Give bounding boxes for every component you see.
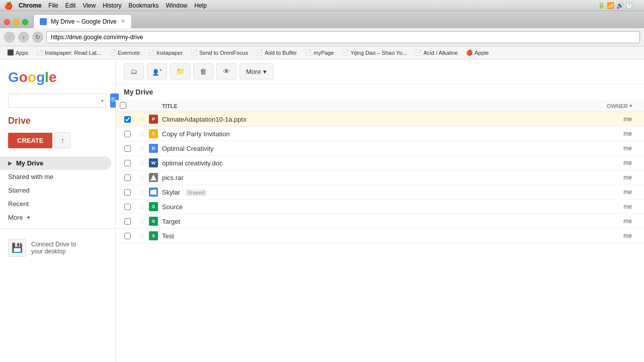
reload-button[interactable]: ↻	[32, 32, 43, 43]
table-row[interactable]: ☆ P ClimateAdaptation10-1a.pptx me	[116, 112, 644, 127]
row-file-name[interactable]: ClimateAdaptation10-1a.pptx	[162, 116, 580, 123]
active-tab[interactable]: My Drive – Google Drive ✕	[33, 14, 132, 28]
move-button[interactable]: 📁	[170, 63, 190, 79]
row-star[interactable]: ☆	[135, 232, 149, 240]
row-star[interactable]: ☆	[135, 217, 149, 225]
row-checkbox[interactable]	[124, 145, 131, 152]
bookmark-yijing[interactable]: 📄 Yijing Dao – Shao Yo...	[339, 48, 410, 57]
menu-chrome[interactable]: Chrome	[19, 2, 41, 9]
bookmark-label: Apple	[474, 50, 489, 56]
close-window-button[interactable]	[4, 19, 10, 25]
share-button[interactable]: 👤+	[147, 63, 167, 79]
row-owner: me	[580, 159, 640, 166]
bookmark-evernote[interactable]: 📄 Evernote	[106, 48, 143, 57]
row-file-name[interactable]: Source	[162, 203, 580, 211]
search-input[interactable]	[9, 97, 99, 105]
row-checkbox[interactable]	[124, 160, 131, 166]
bookmark-buffer[interactable]: 📄 Add to Buffer	[253, 48, 300, 57]
pptx-icon: P	[149, 115, 158, 124]
apps-bookmark[interactable]: ⬛ Apps	[4, 48, 31, 57]
bookmark-icon: 📄	[415, 49, 422, 56]
row-checkbox[interactable]	[124, 131, 131, 137]
bookmark-mypage[interactable]: 📄 myPage	[302, 48, 337, 57]
row-checkbox[interactable]	[124, 218, 131, 225]
row-checkbox[interactable]	[124, 189, 131, 196]
row-star[interactable]: ☆	[135, 203, 149, 211]
bookmark-icon: 📄	[148, 49, 155, 56]
table-row[interactable]: ☆ W optimal creativity.doc me	[116, 156, 644, 170]
menu-file[interactable]: File	[48, 2, 58, 9]
row-checkbox[interactable]	[124, 233, 131, 239]
row-star[interactable]: ☆	[135, 173, 149, 182]
row-file-name[interactable]: Copy of Party Invitation	[162, 130, 580, 138]
row-file-name[interactable]: Optimal Creativity	[162, 145, 580, 152]
move-icon: 📁	[176, 67, 185, 75]
tab-close-button[interactable]: ✕	[121, 18, 125, 25]
maximize-window-button[interactable]	[22, 19, 28, 25]
upload-icon: ↑	[61, 136, 64, 144]
row-file-name[interactable]: pics.rar	[162, 174, 580, 182]
new-folder-button[interactable]: 🗂	[124, 63, 144, 79]
row-owner: me	[580, 130, 640, 137]
bookmark-acid[interactable]: 📄 Acid / Alkaline	[412, 48, 461, 57]
select-all-checkbox[interactable]	[120, 102, 126, 109]
row-owner: me	[580, 232, 640, 239]
row-file-name[interactable]: Skylar Shared	[162, 189, 580, 196]
sidebar-item-shared[interactable]: Shared with me	[0, 170, 111, 184]
more-label: More	[246, 68, 261, 75]
menu-history[interactable]: History	[103, 2, 121, 9]
back-button[interactable]: ‹	[4, 32, 15, 43]
apple-menu[interactable]: 🍎	[4, 2, 13, 10]
sidebar-item-starred[interactable]: Starred	[0, 184, 111, 197]
row-file-name[interactable]: Test	[162, 232, 580, 240]
connect-drive-section[interactable]: 💾 Connect Drive to your desktop	[0, 233, 115, 263]
search-dropdown-arrow[interactable]: ▾	[99, 98, 106, 104]
row-star[interactable]: ☆	[135, 130, 149, 138]
minimize-window-button[interactable]	[13, 19, 19, 25]
table-row[interactable]: ☆ S Source me	[116, 200, 644, 214]
row-checkbox[interactable]	[124, 204, 131, 210]
row-checkbox[interactable]	[124, 116, 131, 123]
sidebar-item-my-drive[interactable]: ▶ My Drive	[0, 156, 111, 170]
menu-bookmarks[interactable]: Bookmarks	[129, 2, 159, 9]
table-row[interactable]: ☆ S Test me	[116, 229, 644, 243]
row-file-name[interactable]: optimal creativity.doc	[162, 159, 580, 167]
table-row[interactable]: ☆ D Optimal Creativity me	[116, 141, 644, 156]
row-star[interactable]: ☆	[135, 159, 149, 167]
table-row[interactable]: ☆ Skylar Shared me	[116, 185, 644, 200]
forward-button[interactable]: ›	[18, 32, 29, 43]
bookmark-instapaper-read[interactable]: 📄 Instapaper: Read Lat...	[33, 48, 104, 57]
delete-icon: 🗑	[200, 67, 207, 75]
bookmark-instapaper[interactable]: 📄 Instapaper	[145, 48, 186, 57]
row-star[interactable]: ☆	[135, 188, 149, 196]
sidebar-item-more[interactable]: More ▾	[0, 211, 111, 224]
bookmark-omnifocus[interactable]: 📄 Send to OmniFocus	[188, 48, 251, 57]
row-checkbox[interactable]	[124, 174, 131, 181]
preview-button[interactable]: 👁	[216, 63, 236, 79]
file-name-text: Skylar	[162, 189, 180, 196]
delete-button[interactable]: 🗑	[193, 63, 213, 79]
menu-view[interactable]: View	[83, 2, 96, 9]
table-row[interactable]: ☆ S Target me	[116, 214, 644, 229]
bookmark-apple[interactable]: 🍎 Apple	[463, 48, 492, 57]
system-icons: 🔋 📶 🔊 🕐	[598, 2, 633, 9]
row-star[interactable]: ☆	[135, 115, 149, 123]
more-button[interactable]: More ▾	[239, 63, 273, 79]
create-button[interactable]: CREATE	[8, 133, 52, 148]
menu-window[interactable]: Window	[166, 2, 188, 9]
row-file-icon-cell	[149, 188, 162, 197]
header-owner-col[interactable]: OWNER ▾	[580, 103, 640, 109]
row-star[interactable]: ☆	[135, 144, 149, 152]
header-title-col[interactable]: TITLE	[162, 103, 580, 109]
sidebar-item-recent[interactable]: Recent	[0, 197, 111, 211]
menu-help[interactable]: Help	[194, 2, 207, 9]
table-row[interactable]: ☆ S Copy of Party Invitation me	[116, 127, 644, 141]
connect-line2: your desktop	[31, 248, 76, 255]
upload-button[interactable]: ↑	[54, 132, 70, 148]
address-input[interactable]	[46, 31, 640, 43]
connect-line1: Connect Drive to	[31, 241, 76, 248]
row-file-name[interactable]: Target	[162, 218, 580, 225]
menu-edit[interactable]: Edit	[65, 2, 76, 9]
table-row[interactable]: ☆ pics.rar me	[116, 170, 644, 185]
owner-header-label: OWNER	[607, 103, 628, 109]
